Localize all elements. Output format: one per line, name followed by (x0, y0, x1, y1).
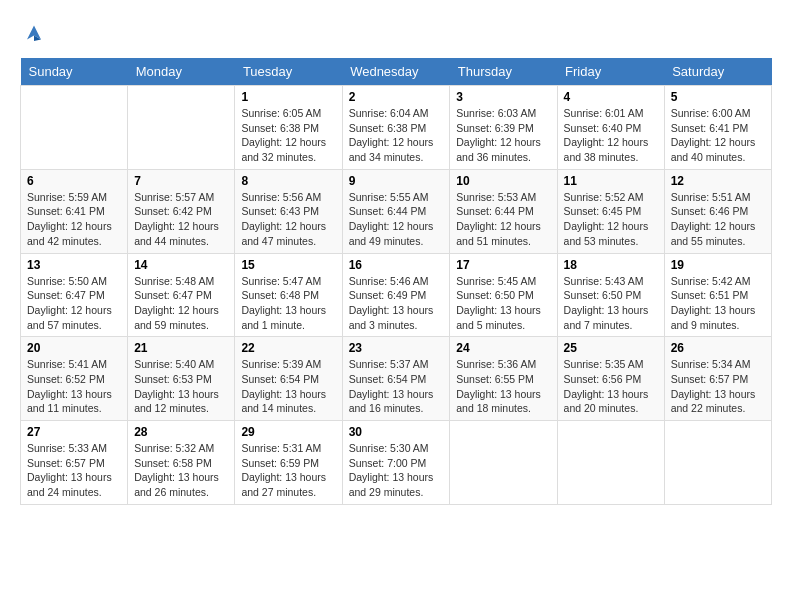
day-number: 6 (27, 174, 121, 188)
calendar-cell: 14Sunrise: 5:48 AMSunset: 6:47 PMDayligh… (128, 253, 235, 337)
calendar-cell: 24Sunrise: 5:36 AMSunset: 6:55 PMDayligh… (450, 337, 557, 421)
day-info: Sunrise: 5:36 AMSunset: 6:55 PMDaylight:… (456, 357, 550, 416)
calendar-cell: 4Sunrise: 6:01 AMSunset: 6:40 PMDaylight… (557, 86, 664, 170)
weekday-header-friday: Friday (557, 58, 664, 86)
day-info: Sunrise: 5:42 AMSunset: 6:51 PMDaylight:… (671, 274, 765, 333)
generalblue-logo-icon (20, 20, 48, 48)
day-info: Sunrise: 5:47 AMSunset: 6:48 PMDaylight:… (241, 274, 335, 333)
calendar-cell: 26Sunrise: 5:34 AMSunset: 6:57 PMDayligh… (664, 337, 771, 421)
calendar-cell: 5Sunrise: 6:00 AMSunset: 6:41 PMDaylight… (664, 86, 771, 170)
weekday-header-sunday: Sunday (21, 58, 128, 86)
logo (20, 20, 52, 48)
calendar-week-row: 20Sunrise: 5:41 AMSunset: 6:52 PMDayligh… (21, 337, 772, 421)
day-number: 11 (564, 174, 658, 188)
calendar-cell: 16Sunrise: 5:46 AMSunset: 6:49 PMDayligh… (342, 253, 450, 337)
day-number: 2 (349, 90, 444, 104)
calendar-cell: 21Sunrise: 5:40 AMSunset: 6:53 PMDayligh… (128, 337, 235, 421)
calendar-cell (21, 86, 128, 170)
day-number: 14 (134, 258, 228, 272)
day-number: 29 (241, 425, 335, 439)
day-number: 23 (349, 341, 444, 355)
day-number: 16 (349, 258, 444, 272)
day-info: Sunrise: 5:56 AMSunset: 6:43 PMDaylight:… (241, 190, 335, 249)
calendar-cell: 15Sunrise: 5:47 AMSunset: 6:48 PMDayligh… (235, 253, 342, 337)
day-info: Sunrise: 5:55 AMSunset: 6:44 PMDaylight:… (349, 190, 444, 249)
day-info: Sunrise: 5:50 AMSunset: 6:47 PMDaylight:… (27, 274, 121, 333)
day-number: 21 (134, 341, 228, 355)
day-number: 24 (456, 341, 550, 355)
day-info: Sunrise: 5:51 AMSunset: 6:46 PMDaylight:… (671, 190, 765, 249)
weekday-header-wednesday: Wednesday (342, 58, 450, 86)
calendar-cell: 25Sunrise: 5:35 AMSunset: 6:56 PMDayligh… (557, 337, 664, 421)
calendar-week-row: 13Sunrise: 5:50 AMSunset: 6:47 PMDayligh… (21, 253, 772, 337)
day-info: Sunrise: 5:46 AMSunset: 6:49 PMDaylight:… (349, 274, 444, 333)
day-number: 9 (349, 174, 444, 188)
day-info: Sunrise: 5:53 AMSunset: 6:44 PMDaylight:… (456, 190, 550, 249)
day-number: 4 (564, 90, 658, 104)
calendar-cell: 7Sunrise: 5:57 AMSunset: 6:42 PMDaylight… (128, 169, 235, 253)
calendar-cell: 9Sunrise: 5:55 AMSunset: 6:44 PMDaylight… (342, 169, 450, 253)
day-info: Sunrise: 5:32 AMSunset: 6:58 PMDaylight:… (134, 441, 228, 500)
weekday-header-thursday: Thursday (450, 58, 557, 86)
day-number: 1 (241, 90, 335, 104)
day-number: 3 (456, 90, 550, 104)
day-number: 27 (27, 425, 121, 439)
weekday-header-tuesday: Tuesday (235, 58, 342, 86)
day-number: 7 (134, 174, 228, 188)
calendar-cell: 13Sunrise: 5:50 AMSunset: 6:47 PMDayligh… (21, 253, 128, 337)
day-info: Sunrise: 6:04 AMSunset: 6:38 PMDaylight:… (349, 106, 444, 165)
weekday-header-saturday: Saturday (664, 58, 771, 86)
day-number: 8 (241, 174, 335, 188)
calendar-cell: 30Sunrise: 5:30 AMSunset: 7:00 PMDayligh… (342, 421, 450, 505)
calendar-cell: 1Sunrise: 6:05 AMSunset: 6:38 PMDaylight… (235, 86, 342, 170)
calendar-cell: 11Sunrise: 5:52 AMSunset: 6:45 PMDayligh… (557, 169, 664, 253)
day-info: Sunrise: 6:00 AMSunset: 6:41 PMDaylight:… (671, 106, 765, 165)
calendar-cell: 17Sunrise: 5:45 AMSunset: 6:50 PMDayligh… (450, 253, 557, 337)
day-info: Sunrise: 5:59 AMSunset: 6:41 PMDaylight:… (27, 190, 121, 249)
calendar-cell: 2Sunrise: 6:04 AMSunset: 6:38 PMDaylight… (342, 86, 450, 170)
day-number: 22 (241, 341, 335, 355)
day-number: 26 (671, 341, 765, 355)
day-info: Sunrise: 5:41 AMSunset: 6:52 PMDaylight:… (27, 357, 121, 416)
calendar-cell: 18Sunrise: 5:43 AMSunset: 6:50 PMDayligh… (557, 253, 664, 337)
calendar-cell: 29Sunrise: 5:31 AMSunset: 6:59 PMDayligh… (235, 421, 342, 505)
calendar-cell: 19Sunrise: 5:42 AMSunset: 6:51 PMDayligh… (664, 253, 771, 337)
calendar-week-row: 6Sunrise: 5:59 AMSunset: 6:41 PMDaylight… (21, 169, 772, 253)
day-number: 28 (134, 425, 228, 439)
day-number: 17 (456, 258, 550, 272)
calendar-header-row: SundayMondayTuesdayWednesdayThursdayFrid… (21, 58, 772, 86)
calendar-cell: 3Sunrise: 6:03 AMSunset: 6:39 PMDaylight… (450, 86, 557, 170)
day-info: Sunrise: 5:33 AMSunset: 6:57 PMDaylight:… (27, 441, 121, 500)
calendar-cell: 20Sunrise: 5:41 AMSunset: 6:52 PMDayligh… (21, 337, 128, 421)
calendar-cell (557, 421, 664, 505)
day-info: Sunrise: 5:45 AMSunset: 6:50 PMDaylight:… (456, 274, 550, 333)
day-info: Sunrise: 6:01 AMSunset: 6:40 PMDaylight:… (564, 106, 658, 165)
day-number: 20 (27, 341, 121, 355)
day-info: Sunrise: 5:43 AMSunset: 6:50 PMDaylight:… (564, 274, 658, 333)
day-info: Sunrise: 6:03 AMSunset: 6:39 PMDaylight:… (456, 106, 550, 165)
day-number: 30 (349, 425, 444, 439)
day-number: 5 (671, 90, 765, 104)
day-info: Sunrise: 5:39 AMSunset: 6:54 PMDaylight:… (241, 357, 335, 416)
calendar-cell (664, 421, 771, 505)
calendar-cell (128, 86, 235, 170)
day-info: Sunrise: 5:48 AMSunset: 6:47 PMDaylight:… (134, 274, 228, 333)
weekday-header-monday: Monday (128, 58, 235, 86)
day-number: 10 (456, 174, 550, 188)
day-info: Sunrise: 6:05 AMSunset: 6:38 PMDaylight:… (241, 106, 335, 165)
day-number: 18 (564, 258, 658, 272)
calendar-cell: 8Sunrise: 5:56 AMSunset: 6:43 PMDaylight… (235, 169, 342, 253)
calendar-cell: 22Sunrise: 5:39 AMSunset: 6:54 PMDayligh… (235, 337, 342, 421)
day-number: 12 (671, 174, 765, 188)
calendar-cell: 28Sunrise: 5:32 AMSunset: 6:58 PMDayligh… (128, 421, 235, 505)
calendar-cell: 10Sunrise: 5:53 AMSunset: 6:44 PMDayligh… (450, 169, 557, 253)
calendar-cell: 23Sunrise: 5:37 AMSunset: 6:54 PMDayligh… (342, 337, 450, 421)
calendar-week-row: 27Sunrise: 5:33 AMSunset: 6:57 PMDayligh… (21, 421, 772, 505)
day-number: 25 (564, 341, 658, 355)
calendar-cell: 6Sunrise: 5:59 AMSunset: 6:41 PMDaylight… (21, 169, 128, 253)
day-number: 19 (671, 258, 765, 272)
day-info: Sunrise: 5:31 AMSunset: 6:59 PMDaylight:… (241, 441, 335, 500)
calendar-cell (450, 421, 557, 505)
calendar-table: SundayMondayTuesdayWednesdayThursdayFrid… (20, 58, 772, 505)
calendar-week-row: 1Sunrise: 6:05 AMSunset: 6:38 PMDaylight… (21, 86, 772, 170)
